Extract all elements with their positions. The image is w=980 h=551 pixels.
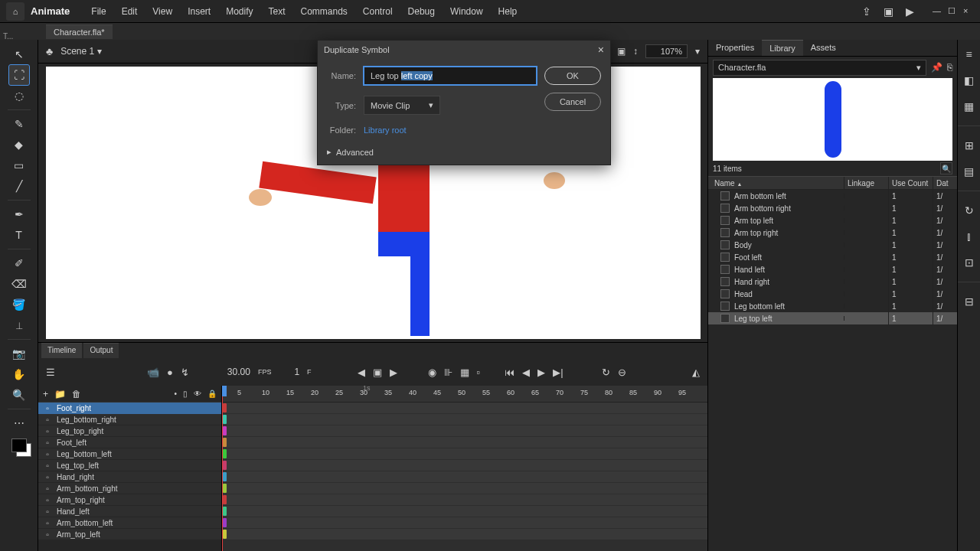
modal-overlay: Duplicate Symbol × Name: Leg top left co… — [0, 0, 980, 551]
ok-button[interactable]: OK — [544, 67, 601, 85]
symbol-name-input[interactable]: Leg top left copy — [364, 67, 537, 85]
type-label: Type: — [327, 101, 356, 110]
symbol-type-dropdown[interactable]: Movie Clip▾ — [364, 96, 440, 115]
cancel-button[interactable]: Cancel — [544, 93, 601, 111]
duplicate-symbol-dialog: Duplicate Symbol × Name: Leg top left co… — [317, 40, 611, 165]
name-label: Name: — [327, 71, 356, 80]
dialog-title: Duplicate Symbol — [324, 45, 390, 54]
dialog-close-icon[interactable]: × — [598, 44, 604, 56]
folder-link[interactable]: Library root — [364, 126, 407, 135]
folder-label: Folder: — [327, 126, 356, 135]
advanced-toggle[interactable]: ▸Advanced — [327, 144, 601, 157]
